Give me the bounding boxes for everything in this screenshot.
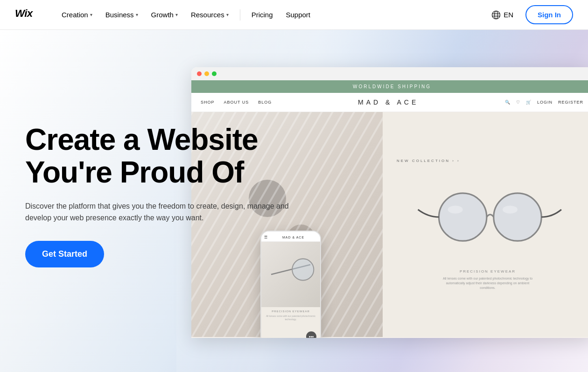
browser-dot-red — [197, 71, 202, 76]
mobile-brand-label: MAD & ACE — [269, 236, 317, 239]
lang-label: EN — [504, 11, 513, 19]
mad-ace-right-panel: NEW COLLECTION › › — [383, 112, 588, 337]
wix-logo[interactable]: Wix — [15, 7, 41, 23]
mad-ace-topbar: WORLDWIDE SHIPPING — [191, 80, 588, 93]
mobile-glasses-area — [261, 242, 320, 307]
precision-description: All lenses come with our patented photoc… — [441, 276, 534, 290]
mad-ace-nav-shop: SHOP — [201, 100, 215, 105]
chevron-down-icon: ▾ — [175, 12, 178, 17]
nav-item-creation[interactable]: Creation ▾ — [56, 7, 98, 22]
hero-content: Create a Website You're Proud Of Discove… — [25, 123, 296, 267]
globe-icon — [491, 10, 501, 20]
svg-point-2 — [495, 11, 498, 19]
nav-item-support[interactable]: Support — [280, 7, 316, 22]
navbar-right: EN Sign In — [487, 5, 573, 24]
sign-in-button[interactable]: Sign In — [525, 5, 573, 24]
get-started-button[interactable]: Get Started — [25, 241, 104, 267]
browser-bar — [191, 67, 588, 80]
cart-icon: 🛒 — [526, 100, 532, 105]
mad-ace-nav-blog: BLOG — [258, 100, 272, 105]
mobile-menu-icon: ☰ — [264, 235, 267, 239]
mobile-chat-icon: ••• — [306, 331, 316, 338]
nav-item-business[interactable]: Business ▾ — [100, 7, 144, 22]
browser-dot-yellow — [204, 71, 209, 76]
svg-point-1 — [492, 11, 500, 19]
mobile-content: PRECISION EYEWEAR All lenses come with o… — [261, 242, 320, 338]
nav-growth-label: Growth — [151, 11, 174, 19]
navbar: Wix Creation ▾ Business ▾ Growth ▾ Resou… — [0, 0, 588, 30]
nav-support-label: Support — [286, 11, 311, 19]
mad-ace-nav-right: 🔍 ♡ 🛒 LOGIN REGISTER — [505, 100, 583, 105]
svg-point-11 — [292, 259, 314, 280]
mad-ace-nav-about: ABOUT US — [224, 100, 249, 105]
nav-resources-label: Resources — [191, 11, 224, 19]
wishlist-icon: ♡ — [516, 100, 520, 105]
new-collection-label: NEW COLLECTION › › — [392, 159, 460, 163]
mobile-precision-desc: All lenses come with our patented photoc… — [264, 315, 317, 321]
chevron-down-icon: ▾ — [226, 12, 229, 17]
nav-item-resources[interactable]: Resources ▾ — [185, 7, 234, 22]
svg-point-7 — [439, 193, 486, 241]
chevron-down-icon: ▾ — [90, 12, 92, 17]
hero-subtitle: Discover the platform that gives you the… — [25, 200, 296, 224]
precision-label: PRECISION EYEWEAR — [460, 269, 516, 274]
login-link: LOGIN — [537, 100, 553, 105]
nav-item-growth[interactable]: Growth ▾ — [146, 7, 183, 22]
mobile-bottom-info: PRECISION EYEWEAR All lenses come with o… — [261, 307, 320, 324]
mad-ace-nav: SHOP ABOUT US BLOG MAD & ACE 🔍 ♡ 🛒 LOGIN… — [191, 93, 588, 112]
svg-text:Wix: Wix — [15, 7, 34, 19]
nav-creation-label: Creation — [62, 11, 88, 19]
nav-divider — [240, 9, 240, 21]
mad-ace-logo: MAD & ACE — [272, 98, 505, 106]
chevron-down-icon: ▾ — [136, 12, 138, 17]
language-button[interactable]: EN — [487, 7, 518, 22]
hero-title: Create a Website You're Proud Of — [25, 123, 296, 189]
logo-text: Wix — [15, 7, 41, 23]
mobile-glasses-svg — [261, 242, 320, 307]
mad-ace-nav-links: SHOP ABOUT US BLOG — [201, 100, 272, 105]
mobile-mockup: ☰ MAD & ACE PRECISION EYEWEAR — [260, 231, 321, 338]
register-link: REGISTER — [558, 100, 583, 105]
eyeglasses-image — [413, 170, 562, 264]
search-icon: 🔍 — [505, 100, 511, 105]
nav-pricing-label: Pricing — [252, 11, 273, 19]
mobile-topbar: ☰ MAD & ACE — [261, 232, 320, 242]
eyeglasses-svg — [413, 170, 562, 264]
svg-point-10 — [503, 206, 518, 214]
hero-section: Created with Wix Create a Website You're… — [0, 30, 588, 372]
svg-point-9 — [448, 206, 463, 214]
nav-item-pricing[interactable]: Pricing — [246, 7, 279, 22]
browser-dot-green — [212, 71, 217, 76]
svg-point-8 — [494, 193, 541, 241]
mobile-precision-label: PRECISION EYEWEAR — [264, 310, 317, 313]
nav-links: Creation ▾ Business ▾ Growth ▾ Resources… — [56, 7, 487, 22]
nav-business-label: Business — [105, 11, 134, 19]
